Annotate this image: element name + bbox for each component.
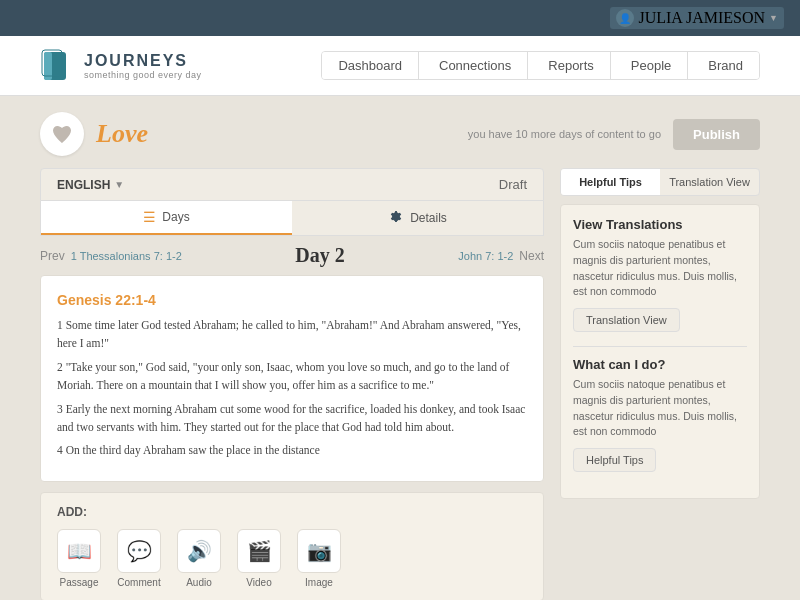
draft-label: Draft <box>499 177 527 192</box>
top-bar: 👤 JULIA JAMIESON ▼ <box>0 0 800 36</box>
day-tabs: ☰ Days Details <box>40 201 544 236</box>
view-translations-title: View Translations <box>573 217 747 232</box>
add-passage[interactable]: 📖 Passage <box>57 529 101 588</box>
days-label: Days <box>162 210 189 224</box>
lang-bar: ENGLISH ▼ Draft <box>40 168 544 201</box>
left-col: ENGLISH ▼ Draft ☰ Days Details <box>40 168 544 600</box>
add-items: 📖 Passage 💬 Comment 🔊 Audio 🎬 Video <box>57 529 527 588</box>
right-tabs: Helpful Tips Translation View <box>560 168 760 196</box>
prev-link[interactable]: Prev <box>40 249 65 263</box>
translation-view-button[interactable]: Translation View <box>573 308 680 332</box>
passage-icon: 📖 <box>57 529 101 573</box>
nav-brand[interactable]: Brand <box>692 52 759 79</box>
logo-icon <box>40 48 76 84</box>
verse-2: 2 "Take your son," God said, "your only … <box>57 358 527 395</box>
tab-days[interactable]: ☰ Days <box>41 201 292 235</box>
right-col: Helpful Tips Translation View View Trans… <box>560 168 760 600</box>
day-nav: Prev 1 Thessalonians 7: 1-2 Day 2 John 7… <box>40 236 544 275</box>
nav-connections[interactable]: Connections <box>423 52 528 79</box>
divider <box>573 346 747 347</box>
logo-area: JOURNEYS something good every day <box>40 48 202 84</box>
view-translations-section: View Translations Cum sociis natoque pen… <box>573 217 747 332</box>
publish-button[interactable]: Publish <box>673 119 760 150</box>
add-card: ADD: 📖 Passage 💬 Comment 🔊 Audio <box>40 492 544 600</box>
image-icon: 📷 <box>297 529 341 573</box>
details-label: Details <box>410 211 447 225</box>
gear-icon <box>388 210 404 226</box>
verse-4: 4 On the third day Abraham saw the place… <box>57 441 527 459</box>
video-label: Video <box>246 577 271 588</box>
passage-title: Genesis 22:1-4 <box>57 292 527 308</box>
tab-helpful-tips[interactable]: Helpful Tips <box>561 169 660 195</box>
image-label: Image <box>305 577 333 588</box>
add-image[interactable]: 📷 Image <box>297 529 341 588</box>
language-label: ENGLISH <box>57 178 110 192</box>
user-menu-icon: ▼ <box>769 13 778 23</box>
passage-label: Passage <box>60 577 99 588</box>
logo-subtitle: something good every day <box>84 70 202 80</box>
nav-dashboard[interactable]: Dashboard <box>322 52 419 79</box>
verse-3: 3 Early the next morning Abraham cut som… <box>57 400 527 437</box>
publish-hint: you have 10 more days of content to go <box>468 128 661 140</box>
user-name: JULIA JAMIESON <box>638 9 765 27</box>
language-select[interactable]: ENGLISH ▼ <box>57 178 124 192</box>
nav-reports[interactable]: Reports <box>532 52 611 79</box>
user-icon: 👤 <box>616 9 634 27</box>
comment-label: Comment <box>117 577 160 588</box>
user-badge[interactable]: 👤 JULIA JAMIESON ▼ <box>610 7 784 29</box>
comment-icon: 💬 <box>117 529 161 573</box>
main-area: Love you have 10 more days of content to… <box>0 96 800 600</box>
add-video[interactable]: 🎬 Video <box>237 529 281 588</box>
logo-text: JOURNEYS something good every day <box>84 52 202 80</box>
tab-translation-view[interactable]: Translation View <box>660 169 759 195</box>
nav-people[interactable]: People <box>615 52 688 79</box>
two-col-layout: ENGLISH ▼ Draft ☰ Days Details <box>40 168 760 600</box>
nav-bar: JOURNEYS something good every day Dashbo… <box>0 36 800 96</box>
right-panel: View Translations Cum sociis natoque pen… <box>560 204 760 499</box>
next-ref[interactable]: John 7: 1-2 <box>458 250 513 262</box>
logo-title: JOURNEYS <box>84 52 202 70</box>
publish-area: you have 10 more days of content to go P… <box>468 119 760 150</box>
add-label: ADD: <box>57 505 527 519</box>
what-can-i-do-title: What can I do? <box>573 357 747 372</box>
next-link[interactable]: Next <box>519 249 544 263</box>
add-comment[interactable]: 💬 Comment <box>117 529 161 588</box>
nav-links: Dashboard Connections Reports People Bra… <box>321 51 760 80</box>
love-title: Love <box>96 119 148 149</box>
what-can-i-do-section: What can I do? Cum sociis natoque penati… <box>573 357 747 472</box>
content-header: Love you have 10 more days of content to… <box>40 112 760 156</box>
helpful-tips-button[interactable]: Helpful Tips <box>573 448 656 472</box>
audio-icon: 🔊 <box>177 529 221 573</box>
audio-label: Audio <box>186 577 212 588</box>
what-can-i-do-text: Cum sociis natoque penatibus et magnis d… <box>573 377 747 440</box>
tab-details[interactable]: Details <box>292 201 543 235</box>
video-icon: 🎬 <box>237 529 281 573</box>
add-audio[interactable]: 🔊 Audio <box>177 529 221 588</box>
passage-text: 1 Some time later God tested Abraham; he… <box>57 316 527 460</box>
love-icon-circle <box>40 112 84 156</box>
prev-ref[interactable]: 1 Thessalonians 7: 1-2 <box>71 250 182 262</box>
view-translations-text: Cum sociis natoque penatibus et magnis d… <box>573 237 747 300</box>
passage-card: Genesis 22:1-4 1 Some time later God tes… <box>40 275 544 482</box>
chevron-down-icon: ▼ <box>114 179 124 190</box>
days-icon: ☰ <box>143 209 156 225</box>
day-title: Day 2 <box>295 244 344 267</box>
verse-1: 1 Some time later God tested Abraham; he… <box>57 316 527 353</box>
